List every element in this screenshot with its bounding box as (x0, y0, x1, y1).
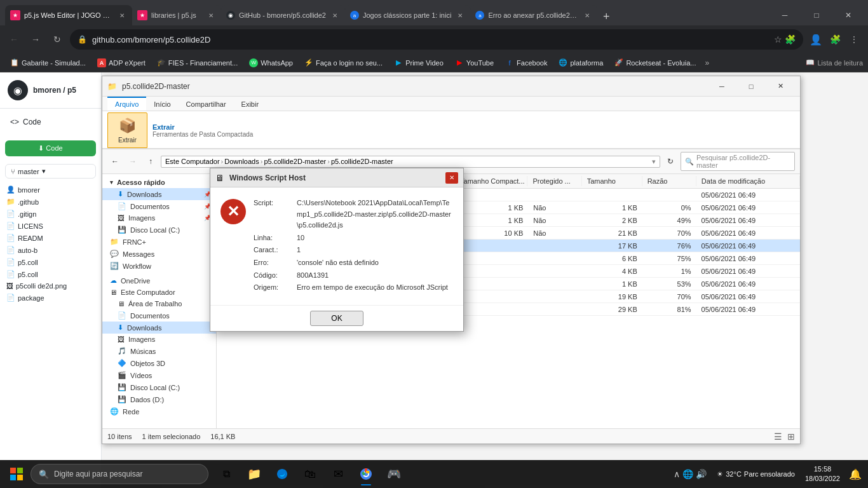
tab-5[interactable]: a Erro ao anexar p5.collide2d.js ✕ (470, 5, 597, 25)
github-file-p5collide2[interactable]: 📄 p5.coll (3, 268, 98, 280)
extensions-icon[interactable]: 🧩 (826, 30, 844, 48)
github-code-button[interactable]: ⬇ Code (5, 140, 96, 156)
fe-up-button[interactable]: ↑ (143, 154, 158, 169)
taskbar-clock[interactable]: 15:58 18/03/2022 (800, 464, 845, 484)
new-tab-button[interactable]: + (597, 8, 615, 25)
sidebar-item-dados[interactable]: 💾 Dados (D:) (102, 393, 216, 405)
github-file-p5collide[interactable]: 📄 p5.coll (3, 256, 98, 268)
tray-up-icon[interactable]: ∧ (674, 469, 680, 479)
tab-2[interactable]: ★ libraries | p5.js ✕ (132, 5, 221, 25)
star-icon[interactable]: ☆ (774, 34, 782, 44)
fe-close-button[interactable]: ✕ (766, 79, 795, 94)
taskbar-task-view[interactable]: ⧉ (214, 461, 239, 487)
settings-icon[interactable]: ⋮ (845, 30, 863, 48)
sidebar-item-onedrive[interactable]: ☁ OneDrive (102, 274, 216, 287)
tab-5-close[interactable]: ✕ (582, 10, 592, 20)
bookmark-adp[interactable]: A ADP eXpert (92, 57, 151, 69)
bookmark-prime[interactable]: ▶ Prime Video (389, 57, 449, 69)
col-compact[interactable]: Tamanho Compact... (455, 176, 527, 186)
reading-list[interactable]: 📖 Lista de leitura (806, 58, 863, 67)
github-file-license[interactable]: 📄 LICENS (3, 220, 98, 232)
fe-refresh-button[interactable]: ↻ (663, 154, 678, 169)
sidebar-item-disco-sub[interactable]: 💾 Disco Local (C:) (102, 381, 216, 393)
fe-search-box[interactable]: 🔍 Pesquisar p5.collide2D-master (681, 152, 795, 171)
wsh-close-button[interactable]: ✕ (445, 172, 458, 184)
start-button[interactable] (5, 463, 28, 485)
sidebar-item-downloads-pinned[interactable]: ⬇ Downloads 📌 (102, 188, 216, 200)
fe-path-bar[interactable]: Este Computador › Downloads › p5.collide… (161, 156, 660, 168)
fe-tiles-view-button[interactable]: ⊞ (787, 431, 795, 442)
github-file-png[interactable]: 🖼 p5colli de2d.png (3, 280, 98, 292)
github-file-readme[interactable]: 📄 READM (3, 232, 98, 244)
tab-3-close[interactable]: ✕ (330, 10, 340, 20)
github-code-nav[interactable]: <> Code (5, 114, 96, 130)
wsh-ok-button[interactable]: OK (310, 311, 363, 326)
close-button[interactable]: ✕ (834, 5, 863, 25)
bookmark-youtube[interactable]: ▶ YouTube (450, 57, 499, 69)
col-modified[interactable]: Data de modificação (696, 176, 800, 186)
ribbon-tab-inicio[interactable]: Início (146, 97, 178, 111)
tray-volume-icon[interactable]: 🔊 (696, 469, 707, 479)
sidebar-item-disco[interactable]: 💾 Disco Local (C:) (102, 224, 216, 236)
reload-button[interactable]: ↻ (48, 30, 66, 48)
sidebar-item-imagens-pinned[interactable]: 🖼 Imagens 📌 (102, 212, 216, 224)
bookmark-rocketseat[interactable]: 🚀 Rocketseat - Evoluia... (609, 57, 701, 69)
fe-details-view-button[interactable]: ☰ (774, 431, 782, 442)
extract-button[interactable]: 📦 Extrair (107, 112, 147, 148)
tab-4[interactable]: a Jogos clássicos parte 1: inici ✕ (345, 5, 470, 25)
fe-minimize-button[interactable]: ─ (707, 79, 736, 94)
notification-button[interactable]: 🔔 (848, 463, 863, 485)
sidebar-item-workflow[interactable]: 🔄 Workflow (102, 260, 216, 272)
maximize-button[interactable]: □ (802, 5, 831, 25)
sidebar-item-este-computador[interactable]: 🖥 Este Computador (102, 287, 216, 298)
col-ratio[interactable]: Razão (642, 176, 696, 186)
taskbar-mail[interactable]: ✉ (325, 461, 351, 487)
ribbon-tab-compartilhar[interactable]: Compartilhar (179, 97, 234, 111)
minimize-button[interactable]: ─ (770, 5, 799, 25)
ribbon-tab-arquivo[interactable]: Arquivo (107, 97, 146, 111)
sidebar-item-objetos[interactable]: 🔷 Objetos 3D (102, 357, 216, 369)
fe-maximize-button[interactable]: □ (736, 79, 766, 94)
forward-button[interactable]: → (27, 30, 44, 48)
fe-forward-button[interactable]: → (125, 154, 140, 169)
sidebar-item-frnc[interactable]: 📁 FRNC+ (102, 236, 216, 248)
sidebar-item-area-trabalho[interactable]: 🖥 Área de Trabalho (102, 298, 216, 309)
bookmark-fies[interactable]: 🎓 FIES - Financiament... (152, 57, 243, 69)
tab-4-close[interactable]: ✕ (455, 10, 465, 20)
sidebar-item-messages[interactable]: 💬 Messages (102, 248, 216, 260)
profile-icon[interactable]: 👤 (807, 30, 825, 48)
ribbon-tab-exibir[interactable]: Exibir (234, 97, 267, 111)
sidebar-quick-access[interactable]: ▾ Acesso rápido (102, 177, 216, 188)
github-file-bmorer[interactable]: 👤 bmorer (3, 184, 98, 196)
tab-2-close[interactable]: ✕ (206, 10, 216, 20)
taskbar-weather[interactable]: ☀ 32°C Parc ensolarado (714, 470, 797, 478)
taskbar-game[interactable]: 🎮 (381, 461, 407, 487)
github-file-package[interactable]: 📄 package (3, 292, 98, 304)
sidebar-item-downloads-sub[interactable]: ⬇ Downloads (102, 322, 216, 334)
sidebar-item-documentos-pinned[interactable]: 📄 Documentos 📌 (102, 200, 216, 212)
bookmark-whatsapp[interactable]: W WhatsApp (244, 57, 298, 69)
github-branch[interactable]: ⑂ master ▾ (5, 164, 96, 179)
sidebar-item-rede[interactable]: 🌐 Rede (102, 405, 216, 417)
bookmark-gabarite[interactable]: 📋 Gabarite - Simulad... (5, 57, 91, 69)
sidebar-item-musicas[interactable]: 🎵 Músicas (102, 345, 216, 357)
taskbar-file-explorer[interactable]: 📁 (241, 461, 267, 487)
taskbar-search-box[interactable]: 🔍 Digite aqui para pesquisar (31, 464, 208, 484)
url-box[interactable]: 🔒 github.com/bmoren/p5.collide2D ☆ 🧩 (70, 29, 803, 50)
tab-3[interactable]: ◉ GitHub - bmoren/p5.collide2 ✕ (221, 5, 345, 25)
col-size[interactable]: Tamanho (582, 176, 642, 186)
github-file-auto[interactable]: 📄 auto-b (3, 244, 98, 256)
col-protected[interactable]: Protegido ... (527, 176, 581, 186)
taskbar-chrome[interactable] (353, 461, 379, 487)
sidebar-item-videos[interactable]: 🎬 Vídeos (102, 369, 216, 381)
github-file-gitignore[interactable]: 📄 .gitign (3, 208, 98, 220)
bookmark-facebook[interactable]: f Facebook (500, 57, 552, 69)
bookmark-login[interactable]: ⚡ Faça o login no seu... (299, 57, 388, 69)
back-button[interactable]: ← (5, 30, 23, 48)
tab-1[interactable]: ★ p5.js Web Editor | JOGO PON ✕ (5, 5, 132, 25)
fe-back-button[interactable]: ← (107, 154, 123, 169)
taskbar-store[interactable]: 🛍 (297, 461, 323, 487)
bookmark-plataforma[interactable]: 🌐 plataforma (553, 57, 608, 69)
tab-1-close[interactable]: ✕ (117, 10, 127, 20)
extension-icon[interactable]: 🧩 (785, 34, 796, 44)
